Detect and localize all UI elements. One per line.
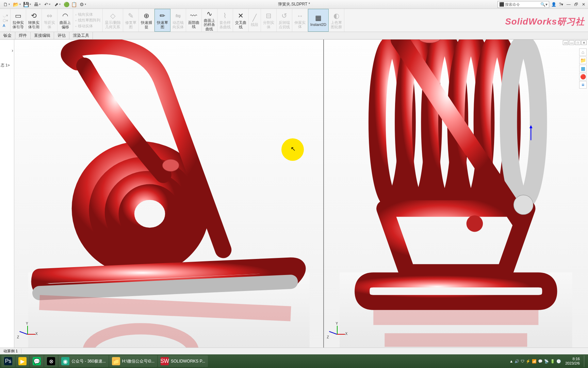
tray-icon-4[interactable]: 📶 — [532, 359, 537, 364]
svg-point-6 — [162, 159, 179, 171]
ribbon-convert[interactable]: ⟲转换实 体引用 — [26, 9, 42, 32]
ribbon-dynmirror: ⇋动态镜 向实体 — [170, 9, 186, 32]
tab-1[interactable]: 焊件 — [15, 32, 31, 39]
taskbar-opera[interactable]: ⊗ — [44, 355, 58, 367]
vtool-icon-4[interactable]: ≡ — [579, 81, 587, 89]
feature-tree-sidebar[interactable]: › 态 1> — [0, 40, 14, 348]
command-search[interactable]: ⬛ 🔍▾ — [497, 1, 549, 8]
shade-icon: ◐ — [333, 12, 339, 20]
ribbon-surface[interactable]: ◠曲面上 偏移 — [58, 9, 73, 32]
tray-icon-6[interactable]: 📡 — [544, 359, 549, 364]
tray-icon-0[interactable]: ▲ — [509, 359, 513, 364]
split-label: 分割实 体 — [263, 20, 274, 29]
search-go-icon[interactable]: 🔍▾ — [540, 2, 548, 7]
fit-label: 套合样 条曲线 — [219, 20, 231, 29]
tray-icon-7[interactable]: 🔋 — [550, 359, 555, 364]
watermark-logo: SolidWorks研习社 — [505, 16, 585, 28]
search-icon: ⬛ — [499, 2, 504, 7]
right-vertical-toolbar: ⌂📁▦🔴≡ — [579, 48, 587, 89]
expand-tree-icon[interactable]: › — [12, 48, 13, 53]
taskbar-wechat[interactable]: 💬 — [30, 355, 44, 367]
tab-2[interactable]: 直接编辑 — [31, 32, 54, 39]
new-file-icon[interactable]: 🗋 — [1, 1, 12, 8]
ribbon-split: ⊟分割实 体 — [261, 9, 277, 32]
taskbar-ps[interactable]: Ps — [1, 355, 15, 367]
tree-item[interactable]: 态 1> — [1, 63, 10, 68]
search-input[interactable] — [505, 2, 539, 6]
rebuild-icon[interactable]: 🟢 — [63, 1, 70, 8]
tray-icon-8[interactable]: 🕒 — [556, 359, 561, 364]
surface-icon: ◠ — [62, 12, 68, 20]
feature-tabs: 钣金焊件直接编辑评估渲染工具 — [0, 32, 588, 40]
triad-left: Y X Z — [19, 326, 36, 343]
ribbon-partial[interactable]: 〰面部曲 线 — [186, 9, 202, 32]
viewports: Y X Z ⚲🔍⊞◧◈◉⬢⬡▦◐⊡ ▭ — □ ✕ — [14, 40, 588, 348]
tray-icon-2[interactable]: 🛡 — [521, 359, 524, 364]
vtool-icon-0[interactable]: ⌂ — [579, 48, 587, 56]
windows-taskbar: Ps▶💬⊗◉公众号 - 360极速...📁H:\微信公众号\0...SWSOLI… — [0, 354, 588, 368]
taskbar-360[interactable]: ◉公众号 - 360极速... — [59, 355, 109, 367]
partial-icon: 〰 — [190, 12, 197, 20]
ribbon-mirror-group[interactable]: ▫镜向实体▫线性草图阵列▫移动实体 — [73, 9, 103, 32]
tray-icon-5[interactable]: 💬 — [538, 359, 543, 364]
taskbar-potplayer[interactable]: ▶ — [16, 355, 29, 367]
ribbon-shade: ◐上色草 图轮廓 — [329, 9, 344, 32]
instant2d-icon: ▦ — [315, 14, 322, 22]
taskbar-clock[interactable]: 8:16 2023/2/6 — [563, 357, 582, 366]
undo-icon[interactable]: ↶ — [42, 1, 52, 8]
tab-4[interactable]: 渲染工具 — [69, 32, 93, 39]
options-icon[interactable]: 📋 — [70, 1, 78, 8]
taskbar-sw[interactable]: SWSOLIDWORKS P... — [158, 355, 208, 367]
svg-point-4 — [127, 192, 173, 236]
ribbon-sketch-tools[interactable]: ◡▾ ⬡▾ A — [1, 9, 11, 32]
ribbon-snap[interactable]: ⊕快速捕 捉 — [139, 9, 154, 32]
display-label: 显示/删除 几何关系 — [105, 20, 121, 29]
extend-icon: ↔ — [296, 12, 303, 20]
reverse-icon: ↺ — [281, 12, 287, 20]
spline-label: 曲面上 的样条 曲线 — [204, 18, 215, 31]
print-icon[interactable]: 🖶 — [32, 1, 42, 8]
ribbon: ◡▾ ⬡▾ A ▭拉伸实 体引导⟲转换实 体引用⇔等距实 体◠曲面上 偏移▫镜向… — [0, 9, 588, 32]
taskbar-explorer[interactable]: 📁H:\微信公众号\0... — [109, 355, 157, 367]
edge-icon: ⇔ — [47, 12, 52, 20]
dynmirror-label: 动态镜 向实体 — [173, 20, 184, 29]
user-icon[interactable]: 👤 — [551, 1, 557, 7]
vtool-icon-1[interactable]: 📁 — [579, 57, 587, 64]
ribbon-repair: ✎修复草 图 — [123, 9, 139, 32]
partial-label: 面部曲 线 — [188, 20, 199, 29]
settings-icon[interactable]: ⚙ — [78, 1, 88, 8]
save-icon[interactable]: 💾 — [22, 1, 32, 8]
ribbon-quicksketch[interactable]: ✏快速草 图 — [154, 9, 170, 32]
maximize-button[interactable]: 🗗 — [573, 1, 579, 7]
help-icon[interactable]: ?▾ — [558, 1, 564, 7]
tray-icon-1[interactable]: 🔊 — [514, 359, 519, 364]
vtool-icon-2[interactable]: ▦ — [579, 65, 587, 72]
ribbon-intersect[interactable]: ✕交叉曲 线 — [233, 9, 249, 32]
ribbon-extrude[interactable]: ▭拉伸实 体引导 — [11, 9, 26, 32]
open-file-icon[interactable]: 📂 — [12, 1, 22, 8]
edge-label: 等距实 体 — [44, 20, 55, 29]
triad-right: Y X Z — [329, 326, 346, 343]
main-area: › 态 1> — [0, 40, 588, 348]
minimize-button[interactable]: — — [566, 1, 572, 7]
close-button[interactable]: ✕ — [581, 1, 587, 7]
split-icon: ⊟ — [266, 12, 272, 20]
quicksketch-label: 快速草 图 — [157, 20, 168, 29]
ribbon-instant2d[interactable]: ▦Instant2D — [308, 9, 329, 32]
ribbon-spline[interactable]: ∿曲面上 的样条 曲线 — [202, 9, 217, 32]
tab-0[interactable]: 钣金 — [0, 32, 15, 39]
tab-3[interactable]: 评估 — [54, 32, 69, 39]
surface-label: 曲面上 偏移 — [60, 20, 71, 29]
vtool-icon-3[interactable]: 🔴 — [579, 73, 587, 80]
ribbon-edge: ⇔等距实 体 — [42, 9, 58, 32]
fit-icon: ⌇ — [223, 12, 227, 20]
motion-study-tab[interactable]: 动算例 1 — [0, 349, 21, 354]
snap-icon: ⊕ — [144, 12, 149, 20]
viewport-left[interactable]: Y X Z — [14, 40, 324, 348]
viewport-right[interactable]: ⚲🔍⊞◧◈◉⬢⬡▦◐⊡ ▭ — □ ✕ — [324, 40, 588, 348]
tray-icon-3[interactable]: ⚡ — [526, 359, 530, 364]
select-icon[interactable]: ⬈ — [52, 1, 63, 8]
show-desktop-button[interactable] — [584, 355, 587, 367]
ribbon-display: ◇显示/删除 几何关系 — [103, 9, 123, 32]
snap-label: 快速捕 捉 — [141, 20, 152, 29]
